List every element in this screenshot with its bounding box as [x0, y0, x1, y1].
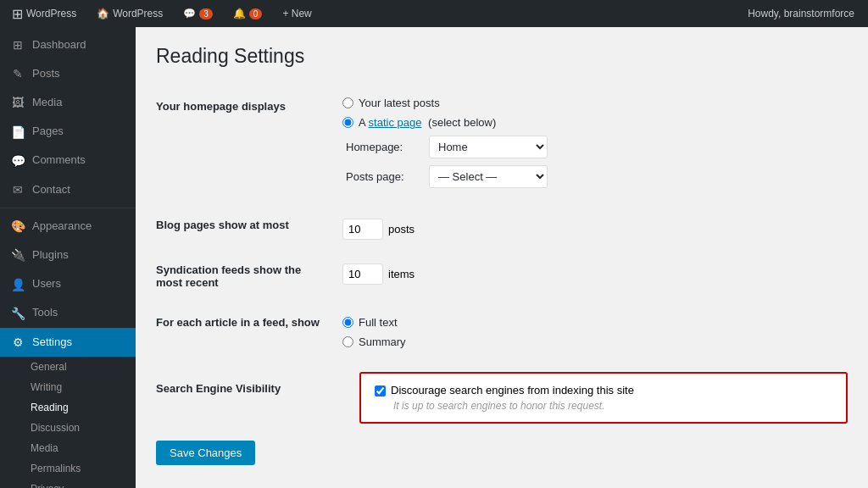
homepage-row: Your homepage displays Your latest posts… [156, 86, 848, 205]
plugins-icon: 🔌 [10, 247, 25, 263]
wp-logo-link[interactable]: ⊞ WordPress [7, 0, 81, 27]
syndication-input[interactable] [342, 263, 383, 285]
site-name-label: WordPress [113, 8, 163, 19]
sidebar-item-settings[interactable]: ⚙ Settings [0, 328, 136, 357]
howdy-text: Howdy, brainstormforce [748, 8, 854, 19]
sidebar-item-users[interactable]: 👤 Users [0, 270, 136, 299]
sidebar-label-contact: Contact [32, 183, 70, 197]
homepage-select[interactable]: HomeAboutContact [429, 136, 548, 158]
posts-page-select[interactable]: — Select —Blog [429, 165, 548, 188]
submenu-general[interactable]: General [0, 357, 136, 377]
static-page-option: A static page (select below) [342, 116, 848, 129]
submenu-label-general: General [31, 361, 67, 373]
admin-sidebar: ⊞ Dashboard ✎ Posts 🖼 Media 📄 Pages 💬 Co… [0, 27, 136, 488]
blog-pages-suffix: posts [388, 223, 415, 236]
comments-link[interactable]: 💬 3 [178, 0, 218, 27]
sidebar-label-users: Users [32, 277, 61, 291]
appearance-icon: 🎨 [10, 219, 25, 234]
sidebar-item-appearance[interactable]: 🎨 Appearance [0, 212, 136, 241]
sidebar-item-pages[interactable]: 📄 Pages [0, 118, 136, 147]
homepage-field-row: Homepage: HomeAboutContact [346, 136, 848, 158]
sidebar-label-settings: Settings [32, 336, 72, 350]
menu-separator-1 [0, 208, 136, 208]
sidebar-item-plugins[interactable]: 🔌 Plugins [0, 241, 136, 269]
notif-link[interactable]: 🔔 0 [228, 0, 268, 27]
submenu-media[interactable]: Media [0, 438, 136, 458]
syndication-suffix: items [388, 268, 415, 280]
media-icon: 🖼 [10, 95, 25, 110]
save-changes-button[interactable]: Save Changes [156, 441, 255, 465]
latest-posts-option: Your latest posts [342, 97, 848, 109]
sidebar-item-contact[interactable]: ✉ Contact [0, 175, 136, 204]
summary-label[interactable]: Summary [359, 336, 406, 348]
sidebar-item-dashboard[interactable]: ⊞ Dashboard [0, 30, 136, 59]
admin-bar: ⊞ WordPress 🏠 WordPress 💬 3 🔔 0 + New Ho… [0, 0, 868, 27]
sev-th-label: Search Engine Visibility [156, 372, 342, 395]
summary-radio[interactable] [342, 336, 353, 347]
home-icon: 🏠 [97, 8, 109, 19]
submenu-discussion[interactable]: Discussion [0, 418, 136, 438]
homepage-label: Your homepage displays [156, 86, 342, 205]
static-page-radio[interactable] [342, 117, 353, 128]
submenu-writing[interactable]: Writing [0, 377, 136, 397]
new-content-link[interactable]: + New [277, 0, 316, 27]
submenu-label-reading: Reading [31, 402, 69, 413]
static-page-link[interactable]: static page [369, 116, 422, 129]
sev-checkbox-label[interactable]: Discourage search engines from indexing … [391, 384, 634, 396]
settings-form: Your homepage displays Your latest posts… [156, 86, 848, 430]
notif-icon: 🔔 [233, 8, 246, 19]
sidebar-label-plugins: Plugins [32, 248, 69, 263]
homepage-field-label: Homepage: [346, 141, 422, 153]
home-link[interactable]: 🏠 WordPress [92, 0, 168, 27]
sidebar-label-comments: Comments [32, 153, 86, 168]
page-title: Reading Settings [156, 44, 848, 69]
latest-posts-radio-label[interactable]: Your latest posts [359, 97, 440, 109]
sev-note: It is up to search engines to honor this… [393, 400, 832, 412]
fulltext-label[interactable]: Full text [359, 316, 398, 329]
settings-icon: ⚙ [10, 335, 25, 350]
dashboard-icon: ⊞ [10, 37, 25, 53]
notif-count: 0 [249, 8, 263, 19]
submenu-label-privacy: Privacy [31, 483, 64, 488]
pages-icon: 📄 [10, 125, 25, 140]
blog-pages-label: Blog pages show at most [156, 205, 342, 250]
syndication-field: items [342, 250, 848, 295]
sidebar-item-media[interactable]: 🖼 Media [0, 88, 136, 117]
feed-display-row: For each article in a feed, show Full te… [156, 302, 848, 365]
posts-icon: ✎ [10, 66, 25, 81]
syndication-label: Syndication feeds show the most recent [156, 250, 342, 302]
homepage-options: Your latest posts A static page (select … [342, 86, 848, 205]
feed-display-options: Full text Summary [342, 302, 848, 365]
sidebar-label-appearance: Appearance [32, 219, 92, 234]
sidebar-item-comments[interactable]: 💬 Comments [0, 147, 136, 175]
comment-count: 3 [199, 8, 213, 19]
sidebar-label-posts: Posts [32, 67, 60, 81]
submenu-label-media: Media [31, 442, 58, 454]
fulltext-radio[interactable] [342, 317, 353, 328]
sidebar-label-media: Media [32, 96, 62, 110]
sidebar-label-pages: Pages [32, 125, 64, 139]
comment-icon: 💬 [183, 8, 196, 19]
syndication-row: Syndication feeds show the most recent i… [156, 250, 848, 302]
submenu-reading[interactable]: Reading [0, 397, 136, 418]
wp-site-label: WordPress [26, 8, 76, 19]
new-label: + New [282, 8, 311, 19]
fulltext-option: Full text [342, 316, 848, 329]
latest-posts-radio[interactable] [342, 97, 353, 108]
sidebar-label-tools: Tools [32, 306, 58, 320]
summary-option: Summary [342, 336, 848, 348]
blog-pages-input[interactable] [342, 219, 383, 240]
sidebar-item-posts[interactable]: ✎ Posts [0, 59, 136, 88]
submenu-label-discussion: Discussion [31, 422, 80, 434]
posts-page-field-label: Posts page: [346, 170, 422, 183]
sev-checkbox[interactable] [375, 385, 386, 396]
contact-icon: ✉ [10, 182, 25, 197]
feed-display-label: For each article in a feed, show [156, 302, 342, 365]
submenu-privacy[interactable]: Privacy [0, 479, 136, 488]
sev-row: Search Engine Visibility Discourage sear… [156, 365, 848, 430]
tools-icon: 🔧 [10, 306, 25, 321]
users-icon: 👤 [10, 277, 25, 292]
submenu-permalinks[interactable]: Permalinks [0, 458, 136, 479]
sidebar-item-tools[interactable]: 🔧 Tools [0, 299, 136, 328]
static-page-fields: Homepage: HomeAboutContact Posts page: —… [346, 136, 848, 188]
